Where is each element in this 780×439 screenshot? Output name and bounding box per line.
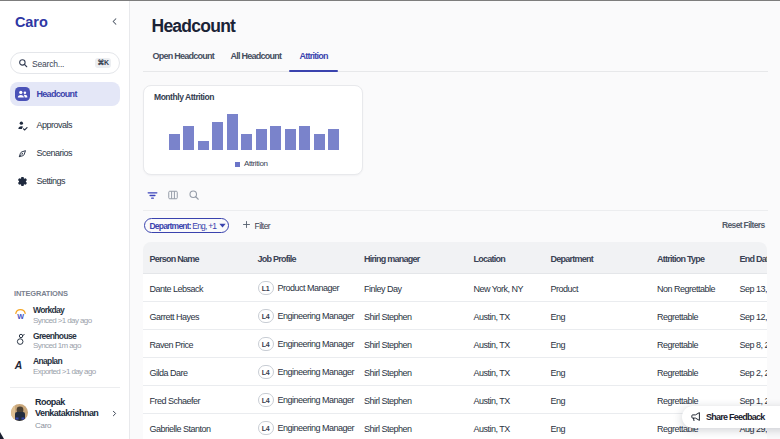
svg-text:W: W [17, 313, 24, 321]
svg-text:A: A [14, 360, 22, 371]
